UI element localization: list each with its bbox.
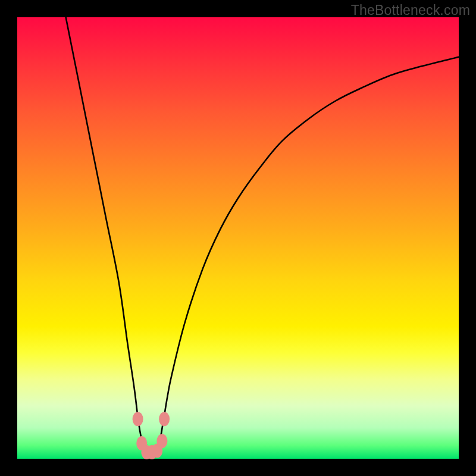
curve-markers (133, 412, 170, 459)
dot-left-upper (133, 412, 143, 426)
chart-area (17, 17, 459, 459)
dot-right-lower (156, 434, 167, 448)
dot-right-upper (159, 412, 170, 426)
bottleneck-curve (66, 17, 459, 456)
watermark-text: TheBottleneck.com (351, 2, 470, 18)
curve-plot (17, 17, 459, 459)
